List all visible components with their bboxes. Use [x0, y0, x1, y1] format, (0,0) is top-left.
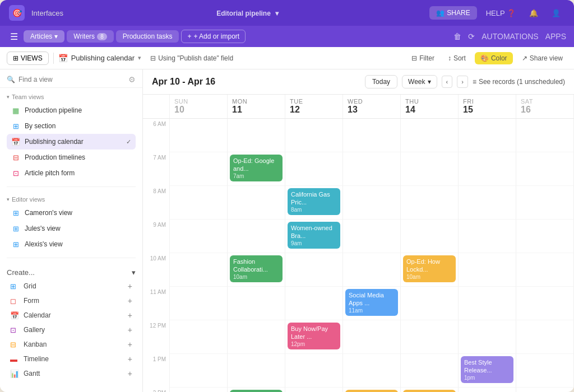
apps-button[interactable]: APPS	[544, 31, 567, 42]
calendar-event[interactable]: Op-Ed: Google and...7am	[230, 155, 283, 181]
today-button[interactable]: Today	[365, 75, 397, 88]
create-grid[interactable]: ⊞ Grid +	[7, 279, 136, 293]
day-cell[interactable]: Women-owned Bra...9am	[285, 220, 343, 253]
day-cell[interactable]	[285, 287, 343, 320]
create-title[interactable]: Create... ▾	[7, 266, 136, 279]
day-cell[interactable]	[516, 287, 574, 320]
color-button[interactable]: 🎨 Color	[475, 52, 513, 64]
day-cell[interactable]	[170, 388, 228, 392]
day-cell[interactable]	[516, 320, 574, 354]
day-cell[interactable]	[516, 220, 574, 253]
create-gantt[interactable]: 📊 Gantt +	[7, 366, 136, 381]
sort-button[interactable]: ↕ Sort	[443, 52, 470, 64]
search-input[interactable]	[18, 76, 125, 83]
share-view-button[interactable]: ↗ Share view	[517, 52, 567, 64]
create-kanban[interactable]: ⊟ Kanban +	[7, 337, 136, 352]
day-cell[interactable]	[170, 220, 228, 253]
day-cell[interactable]	[170, 354, 228, 388]
day-cell[interactable]: Social Media Apps ...11am	[343, 287, 401, 320]
day-cell[interactable]: Nesting Remains Pr...2pm	[228, 388, 285, 392]
sidebar-item-production-pipeline[interactable]: ▦ Production pipeline	[7, 102, 136, 118]
day-cell[interactable]	[516, 354, 574, 388]
day-cell[interactable]	[459, 186, 516, 220]
calendar-event[interactable]: Buy Now/Pay Later ...12pm	[288, 323, 340, 349]
timeline-add-icon[interactable]: +	[128, 354, 132, 363]
day-cell[interactable]	[459, 152, 516, 186]
user-avatar[interactable]: 👤	[547, 7, 565, 20]
day-cell[interactable]	[170, 152, 228, 186]
day-cell[interactable]	[170, 287, 228, 320]
filter-button[interactable]: ⊟ Filter	[407, 52, 439, 64]
day-cell[interactable]	[459, 388, 516, 392]
day-cell[interactable]	[343, 220, 401, 253]
calendar-add-icon[interactable]: +	[128, 311, 132, 320]
day-cell[interactable]	[401, 220, 459, 253]
day-cell[interactable]	[343, 152, 401, 186]
sidebar-item-cameron[interactable]: ⊞ Cameron's view	[7, 205, 136, 221]
day-cell[interactable]	[285, 388, 343, 392]
day-cell[interactable]	[459, 119, 516, 152]
next-week-button[interactable]: ›	[457, 76, 468, 88]
unscheduled-button[interactable]: ≡ See records (1 unscheduled)	[473, 78, 565, 86]
day-cell[interactable]	[401, 152, 459, 186]
views-button[interactable]: ⊞ VIEWS	[7, 52, 49, 65]
day-cell[interactable]	[170, 253, 228, 287]
production-tasks-tab[interactable]: Production tasks	[116, 30, 179, 43]
day-cell[interactable]: Op-Ed: Google and...7am	[228, 152, 285, 186]
share-button[interactable]: 👥 SHARE	[429, 6, 476, 20]
history-icon-button[interactable]: ⟳	[467, 31, 476, 42]
calendar-event[interactable]: Best Style Release...1pm	[461, 356, 513, 383]
calendar-event[interactable]: Social Media Apps ...11am	[345, 289, 398, 316]
editor-views-title[interactable]: ▾ Editor views	[7, 196, 136, 203]
day-cell[interactable]	[170, 186, 228, 220]
prev-week-button[interactable]: ‹	[442, 76, 453, 88]
day-cell[interactable]	[401, 287, 459, 320]
sidebar-item-alexis[interactable]: ⊞ Alexis's view	[7, 236, 136, 252]
day-cell[interactable]	[401, 186, 459, 220]
day-cell[interactable]	[459, 253, 516, 287]
day-cell[interactable]	[228, 119, 285, 152]
day-cell[interactable]	[343, 354, 401, 388]
calendar-event[interactable]: Op-Ed: How Lockd...10am	[403, 255, 456, 282]
day-cell[interactable]	[285, 152, 343, 186]
day-cell[interactable]: Fashion Weeks Bal...2pm	[401, 388, 459, 392]
day-cell[interactable]	[516, 152, 574, 186]
gallery-add-icon[interactable]: +	[128, 325, 132, 334]
day-cell[interactable]	[401, 320, 459, 354]
delete-icon-button[interactable]: 🗑	[452, 31, 462, 42]
sidebar-item-publishing-calendar[interactable]: 📅 Publishing calendar ✓	[7, 134, 136, 150]
sidebar-item-production-timelines[interactable]: ⊟ Production timelines	[7, 150, 136, 165]
sidebar-item-jules[interactable]: ⊞ Jules's view	[7, 221, 136, 236]
sidebar-item-article-pitch[interactable]: ⊡ Article pitch form	[7, 165, 136, 181]
add-import-button[interactable]: + + Add or import	[181, 30, 246, 43]
day-cell[interactable]	[228, 186, 285, 220]
day-cell[interactable]: Fashion Collaborati...10am	[228, 253, 285, 287]
create-timeline[interactable]: ▬ Timeline +	[7, 352, 136, 366]
day-cell[interactable]	[170, 119, 228, 152]
day-cell[interactable]: Op-Ed: How Lockd...10am	[401, 253, 459, 287]
create-form[interactable]: ◻ Form +	[7, 293, 136, 308]
day-cell[interactable]	[459, 320, 516, 354]
calendar-event[interactable]: California Gas Pric...8am	[288, 188, 340, 215]
day-cell[interactable]	[516, 388, 574, 392]
day-cell[interactable]	[228, 287, 285, 320]
calendar-event[interactable]: Nesting Remains Pr...2pm	[230, 390, 283, 392]
writers-tab[interactable]: Writers 8	[67, 30, 113, 43]
articles-tab[interactable]: Articles ▾	[24, 30, 64, 43]
menu-button[interactable]: ☰	[7, 29, 21, 44]
day-cell[interactable]: California Gas Pric...8am	[285, 186, 343, 220]
gear-icon[interactable]: ⚙	[128, 75, 136, 84]
automations-button[interactable]: AUTOMATIONS	[480, 31, 539, 42]
sidebar-item-by-section[interactable]: ⊞ By section	[7, 118, 136, 134]
create-calendar[interactable]: 📅 Calendar +	[7, 308, 136, 323]
day-cell[interactable]	[228, 354, 285, 388]
day-cell[interactable]: Best Style Release...1pm	[459, 354, 516, 388]
form-add-icon[interactable]: +	[128, 296, 132, 305]
day-cell[interactable]	[343, 119, 401, 152]
day-cell[interactable]	[228, 220, 285, 253]
day-cell[interactable]	[401, 119, 459, 152]
calendar-event[interactable]: Fashion Collaborati...10am	[230, 255, 283, 282]
day-cell[interactable]	[343, 253, 401, 287]
week-button[interactable]: Week ▾	[402, 75, 437, 88]
calendar-event[interactable]: Your Sneak Peek at...2pm	[345, 390, 398, 392]
